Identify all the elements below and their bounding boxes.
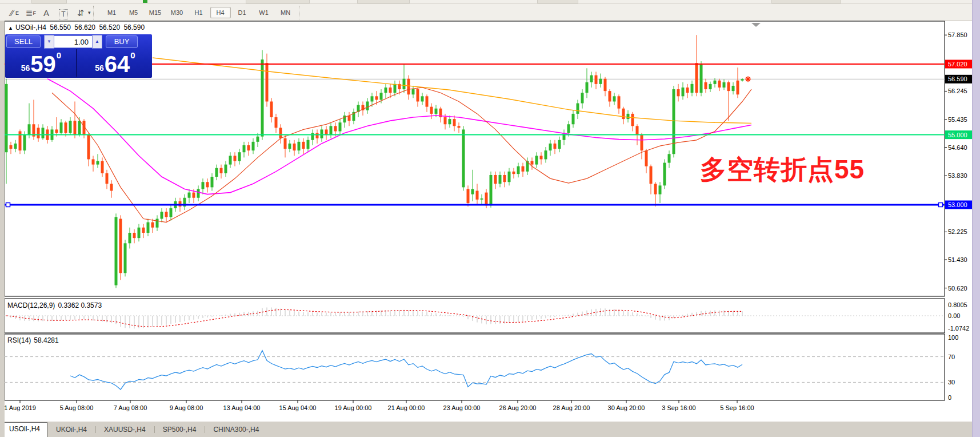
volume-increase-button[interactable]: ▲ xyxy=(92,35,102,49)
svg-text:57.020: 57.020 xyxy=(948,61,967,67)
svg-text:55.000: 55.000 xyxy=(948,132,967,138)
bar-low: 56.520 xyxy=(99,23,120,31)
svg-text:55.435: 55.435 xyxy=(948,116,967,123)
time-label: 5 Sep 16:00 xyxy=(720,404,754,411)
svg-text:50.620: 50.620 xyxy=(948,285,967,292)
volume-decrease-button[interactable]: ▼ xyxy=(44,35,54,49)
time-label: 21 Aug 00:00 xyxy=(388,404,425,411)
time-label: 26 Aug 20:00 xyxy=(499,404,537,411)
time-label: 19 Aug 00:00 xyxy=(335,404,372,411)
sell-price-pips: 59 xyxy=(30,54,56,74)
rsi-label: RSI(14)58.4281 xyxy=(7,336,62,344)
buy-button[interactable]: BUY xyxy=(106,35,138,48)
svg-text:56.590: 56.590 xyxy=(948,76,967,82)
time-axis[interactable]: 1 Aug 20195 Aug 08:007 Aug 08:009 Aug 08… xyxy=(4,400,754,411)
macd-label: MACD(12,26,9)0.3362 0.3573 xyxy=(7,301,105,309)
time-label: 23 Aug 00:00 xyxy=(443,404,481,411)
trend-up-icon: ▲ xyxy=(8,25,13,31)
window-edge-strip xyxy=(972,0,980,437)
time-label: 28 Aug 20:00 xyxy=(553,404,590,411)
time-label: 5 Aug 08:00 xyxy=(60,404,94,411)
svg-text:53.830: 53.830 xyxy=(948,172,967,179)
rsi-panel xyxy=(5,334,945,400)
chart-tab-sp500h4[interactable]: SP500-,H4 xyxy=(154,423,205,437)
chart-tab-ukoilh4[interactable]: UKOil-,H4 xyxy=(47,423,95,437)
chart-tab-xauusdh4[interactable]: XAUUSD-,H4 xyxy=(95,423,154,437)
svg-text:51.430: 51.430 xyxy=(948,256,967,263)
svg-text:70: 70 xyxy=(948,353,955,360)
time-label: 3 Sep 16:00 xyxy=(662,404,695,411)
time-label: 9 Aug 08:00 xyxy=(170,404,203,411)
macd-name: MACD(12,26,9) xyxy=(7,301,55,309)
time-label: 13 Aug 04:00 xyxy=(223,404,261,411)
svg-text:-1.0742: -1.0742 xyxy=(948,325,969,332)
macd-values: 0.3362 0.3573 xyxy=(58,301,102,309)
one-click-trading-panel: SELL ▼ ▲ BUY 56 59 0 56 64 0 xyxy=(5,34,152,78)
sell-button[interactable]: SELL xyxy=(6,35,41,48)
sell-price[interactable]: 56 59 0 xyxy=(6,49,77,77)
hline-handle[interactable] xyxy=(6,203,10,207)
hline-handle[interactable] xyxy=(939,203,943,207)
bar-close: 56.590 xyxy=(123,23,145,31)
mt4-window: ∕∕E≣FAT⇵ ▾ M1M5M15M30H1H4D1W1MN 57.02055… xyxy=(0,0,980,437)
svg-text:0.00: 0.00 xyxy=(948,312,960,319)
svg-text:0: 0 xyxy=(948,394,951,401)
buy-price-major: 56 xyxy=(95,63,104,73)
time-label: 15 Aug 04:00 xyxy=(279,404,317,411)
volume-input[interactable] xyxy=(54,35,92,48)
time-label: 1 Aug 2019 xyxy=(4,404,36,411)
chart-symbol-period: USOil-,H4 xyxy=(15,23,46,31)
sell-price-major: 56 xyxy=(21,63,30,73)
chart-tab-usoilh4[interactable]: USOil-,H4 xyxy=(2,422,47,437)
svg-text:30: 30 xyxy=(948,379,955,386)
rsi-name: RSI(14) xyxy=(7,336,31,344)
bar-open: 56.550 xyxy=(50,23,71,31)
svg-text:56.245: 56.245 xyxy=(948,88,967,94)
svg-text:100: 100 xyxy=(948,334,958,341)
chart-tab-china300h4[interactable]: CHINA300-,H4 xyxy=(205,423,267,437)
buy-price-pips: 64 xyxy=(105,54,130,74)
svg-text:0.8005: 0.8005 xyxy=(948,301,967,308)
chart-tab-bar: USOil-,H4UKOil-,H4XAUUSD-,H4SP500-,H4CHI… xyxy=(0,422,972,437)
time-label: 30 Aug 20:00 xyxy=(608,404,645,411)
svg-text:53.000: 53.000 xyxy=(948,201,967,208)
bar-high: 56.620 xyxy=(74,23,95,31)
buy-price-point: 0 xyxy=(130,50,135,60)
svg-text:52.225: 52.225 xyxy=(948,228,967,235)
sell-price-point: 0 xyxy=(57,50,61,60)
svg-text:57.850: 57.850 xyxy=(948,31,967,38)
chart-ohlc-title: ▲USOil-,H4 56.550 56.620 56.520 56.590 xyxy=(8,23,146,31)
chart-annotation-text: 多空转折点55 xyxy=(700,152,865,188)
left-margin xyxy=(0,21,5,437)
svg-text:54.640: 54.640 xyxy=(948,144,967,151)
time-label: 7 Aug 08:00 xyxy=(114,404,147,411)
buy-price[interactable]: 56 64 0 xyxy=(79,49,151,77)
price-axis[interactable]: 57.02055.00053.00056.59057.85056.24555.4… xyxy=(945,31,973,401)
rsi-value: 58.4281 xyxy=(34,336,58,344)
